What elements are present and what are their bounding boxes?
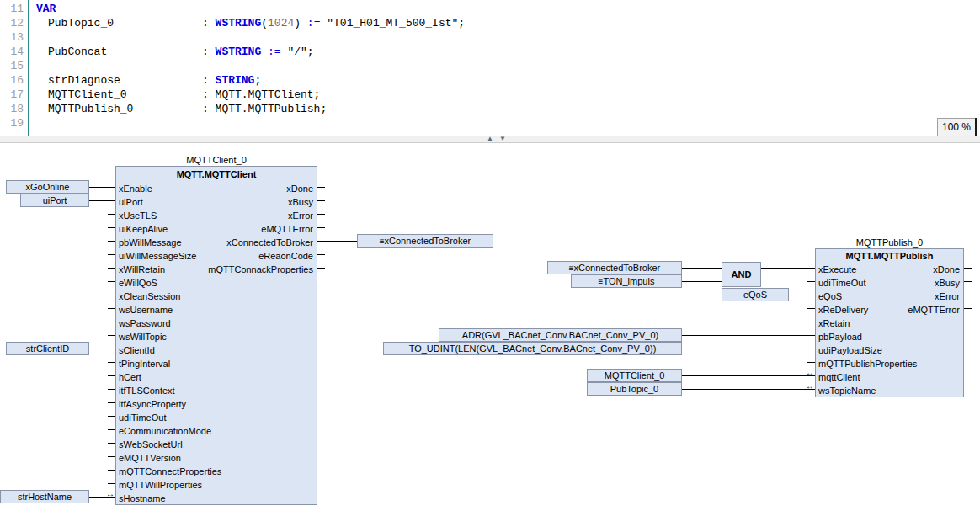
pin-input-xRetain[interactable]: xRetain: [818, 317, 850, 330]
pin-stub: [108, 268, 115, 269]
pin-input-eQoS[interactable]: eQoS: [818, 290, 842, 303]
wire: [682, 335, 815, 336]
editor-line-15[interactable]: 15: [0, 59, 980, 73]
pin-output-xDone[interactable]: xDone: [286, 182, 313, 195]
tag-eqos[interactable]: eQoS: [722, 288, 789, 301]
pin-output-eReaonCode[interactable]: eReaonCode: [258, 249, 313, 263]
tag-strhostname[interactable]: strHostName: [0, 490, 89, 503]
tag-strclientid[interactable]: strClientID: [6, 342, 89, 355]
pin-input-mQTTPublishProperties[interactable]: mQTTPublishProperties: [818, 357, 917, 370]
wire: [682, 389, 815, 390]
pin-input-hCert[interactable]: hCert: [119, 370, 141, 384]
editor-line-17[interactable]: 17MQTTClient_0: MQTT.MQTTClient;: [0, 88, 980, 102]
pin-output-xError[interactable]: xError: [935, 290, 960, 303]
pin-input-xCleanSession[interactable]: xCleanSession: [119, 290, 180, 303]
zoom-level-indicator[interactable]: 100 %: [937, 118, 976, 136]
pin-input-tPingInterval[interactable]: tPingInterval: [119, 357, 170, 370]
pin-input-xReDelivery[interactable]: xReDelivery: [818, 303, 868, 317]
pin-input-uiPort[interactable]: uiPort: [119, 195, 143, 209]
code-segment: STRING: [216, 74, 255, 87]
pin-input-udiTimeOut[interactable]: udiTimeOut: [818, 276, 865, 290]
tag-toudint-expression[interactable]: TO_UDINT(LEN(GVL_BACnet_Conv.BACnet_Conv…: [383, 342, 682, 355]
pin-input-udiTimeOut[interactable]: udiTimeOut: [119, 411, 166, 424]
pin-input-wsUsername[interactable]: wsUsername: [119, 303, 173, 317]
editor-line-19[interactable]: 19: [0, 116, 980, 130]
code-text[interactable]: MQTTPublish_0: MQTT.MQTTPublish;: [36, 102, 327, 116]
code-segment: ): [294, 17, 307, 29]
pin-input-pbWillMessage[interactable]: pbWillMessage: [119, 236, 182, 249]
wire: [89, 187, 115, 188]
pin-input-eMQTTVersion[interactable]: eMQTTVersion: [119, 451, 181, 465]
code-text[interactable]: VAR: [36, 2, 56, 16]
splitter-down-icon[interactable]: ▼: [499, 135, 506, 142]
editor-line-16[interactable]: 16strDiagnose: STRING;: [0, 73, 980, 88]
code-text[interactable]: PubConcat: WSTRING := "/";: [36, 45, 314, 59]
editor-line-13[interactable]: 13: [0, 30, 980, 45]
pin-input-itfAsyncProperty[interactable]: itfAsyncProperty: [119, 397, 186, 411]
tag-adr-expression[interactable]: ADR(GVL_BACnet_Conv.BACnet_Conv_PV_0): [439, 328, 682, 342]
code-segment: :: [202, 45, 216, 58]
tag-pubtopic-ref[interactable]: PubTopic_0: [587, 382, 682, 396]
pin-stub: [317, 254, 325, 255]
tag-label: xConnectedToBroker: [574, 263, 661, 273]
tag-xconnectedtobroker-sink[interactable]: ≡xConnectedToBroker: [357, 234, 493, 248]
tag-ton-impuls[interactable]: ≡TON_impuls: [571, 274, 682, 288]
pin-output-xError[interactable]: xError: [288, 209, 313, 222]
pin-input-itfTLSContext[interactable]: itfTLSContext: [119, 384, 175, 397]
pin-input-pbPayload[interactable]: pbPayload: [818, 330, 862, 343]
tag-xconnectedtobroker-src[interactable]: ≡xConnectedToBroker: [547, 261, 682, 274]
fbd-block-mqttclient[interactable]: MQTTClient_0 MQTT.MQTTClient xEnableuiPo…: [115, 166, 317, 505]
tag-uiport[interactable]: uiPort: [20, 194, 89, 207]
pin-output-xBusy[interactable]: xBusy: [935, 276, 960, 290]
pin-output-eMQTTError[interactable]: eMQTTError: [261, 222, 313, 236]
pin-stub: [807, 281, 815, 282]
pin-input-eWillQoS[interactable]: eWillQoS: [119, 276, 157, 290]
pin-input-sWebSocketUrl[interactable]: sWebSocketUrl: [119, 438, 183, 451]
fbd-block-and[interactable]: AND: [722, 262, 761, 287]
pin-output-mQTTConnackProperties[interactable]: mQTTConnackProperties: [208, 263, 313, 276]
tag-mqttclient-ref[interactable]: MQTTClient_0: [587, 369, 682, 382]
code-text[interactable]: strDiagnose: STRING;: [36, 73, 261, 88]
block-instance-label: MQTTClient_0: [116, 155, 317, 165]
pin-stub: [964, 281, 972, 282]
pin-input-wsWillTopic[interactable]: wsWillTopic: [119, 330, 167, 343]
pin-stub: [964, 308, 972, 309]
pin-input-sHostname[interactable]: sHostname: [119, 492, 166, 505]
editor-line-12[interactable]: 12PubTopic_0: WSTRING(1024) := "T01_H01_…: [0, 16, 980, 30]
editor-line-14[interactable]: 14PubConcat: WSTRING := "/";: [0, 45, 980, 59]
code-text[interactable]: MQTTClient_0: MQTT.MQTTClient;: [36, 88, 320, 102]
pin-input-uiKeepAlive[interactable]: uiKeepAlive: [119, 222, 168, 236]
pin-stub: [807, 362, 815, 363]
editor-line-11[interactable]: 11VAR: [0, 2, 980, 16]
pin-input-uiWillMessageSize[interactable]: uiWillMessageSize: [119, 249, 196, 263]
pin-input-mqttClient[interactable]: mqttClient: [818, 370, 860, 384]
pin-output-xBusy[interactable]: xBusy: [288, 195, 313, 209]
pin-input-xUseTLS[interactable]: xUseTLS: [119, 209, 157, 222]
line-number: 11: [0, 2, 24, 16]
pin-input-xEnable[interactable]: xEnable: [119, 182, 152, 195]
splitter-up-icon[interactable]: ▲: [487, 135, 493, 142]
code-segment: VAR: [36, 3, 56, 15]
pin-output-xDone[interactable]: xDone: [933, 263, 960, 276]
pin-input-xExecute[interactable]: xExecute: [818, 263, 856, 276]
tag-xgoonline[interactable]: xGoOnline: [6, 180, 89, 194]
fbd-block-mqttpublish[interactable]: MQTTPublish_0 MQTT.MQTTPublish xExecuteu…: [815, 248, 964, 397]
code-segment: 1024: [268, 17, 294, 29]
declaration-editor[interactable]: 11VAR12PubTopic_0: WSTRING(1024) := "T01…: [0, 0, 980, 136]
pin-input-xWillRetain[interactable]: xWillRetain: [119, 263, 165, 276]
pin-input-eCommunicationMode[interactable]: eCommunicationMode: [119, 424, 211, 438]
pin-input-mQTTWillProperties[interactable]: mQTTWillProperties: [119, 478, 202, 492]
pane-splitter[interactable]: ▲ ▼: [0, 136, 980, 143]
pin-input-sClientId[interactable]: sClientId: [119, 343, 155, 357]
pin-output-eMQTTError[interactable]: eMQTTError: [908, 303, 960, 317]
pin-input-udiPayloadSize[interactable]: udiPayloadSize: [818, 343, 882, 357]
pin-stub: [108, 456, 115, 457]
code-segment: WSTRING: [216, 45, 262, 58]
pin-input-wsTopicName[interactable]: wsTopicName: [818, 384, 876, 397]
code-text[interactable]: PubTopic_0: WSTRING(1024) := "T01_H01_MT…: [36, 16, 465, 30]
pin-output-xConnectedToBroker[interactable]: xConnectedToBroker: [226, 236, 313, 249]
pin-input-wsPassword[interactable]: wsPassword: [119, 317, 171, 330]
editor-line-18[interactable]: 18MQTTPublish_0: MQTT.MQTTPublish;: [0, 102, 980, 116]
zoom-control-partial[interactable]: [975, 118, 980, 136]
pin-input-mQTTConnectProperties[interactable]: mQTTConnectProperties: [119, 465, 221, 478]
